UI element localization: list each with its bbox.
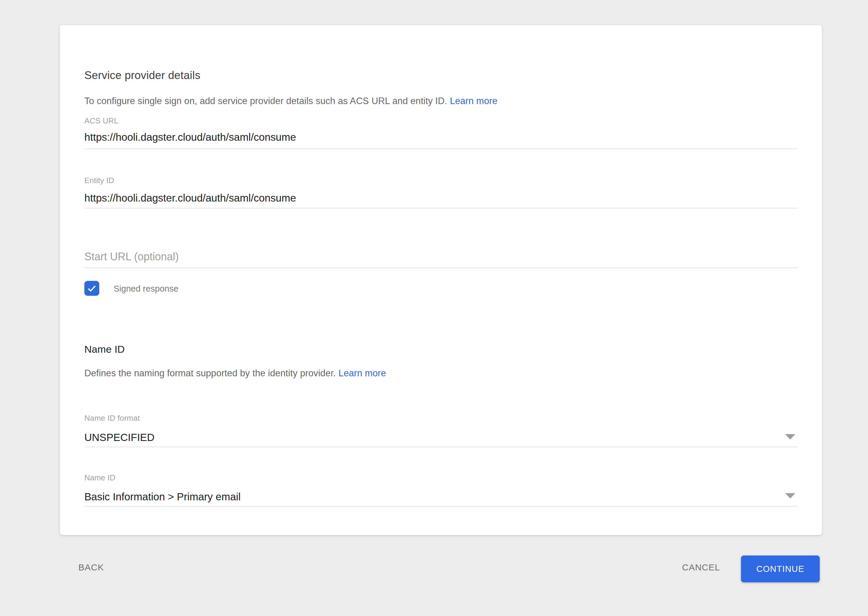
- service-provider-description: To configure single sign on, add service…: [84, 96, 498, 107]
- learn-more-link-service-provider[interactable]: Learn more: [450, 96, 498, 106]
- name-id-description-text: Defines the naming format supported by t…: [84, 368, 336, 379]
- start-url-underline: [84, 267, 798, 268]
- page: Service provider details To configure si…: [0, 0, 868, 616]
- back-button[interactable]: BACK: [78, 563, 104, 572]
- start-url-input[interactable]: [84, 250, 798, 263]
- acs-url-input[interactable]: [84, 131, 798, 143]
- entity-id-input[interactable]: [84, 192, 798, 204]
- acs-url-underline: [84, 148, 798, 149]
- name-id-format-select[interactable]: UNSPECIFIED: [84, 431, 798, 447]
- checkmark-icon: [86, 283, 97, 294]
- signed-response-label: Signed response: [113, 284, 179, 294]
- learn-more-link-name-id[interactable]: Learn more: [339, 368, 386, 379]
- name-id-description: Defines the naming format supported by t…: [84, 368, 386, 379]
- name-id-format-underline: [84, 447, 798, 447]
- chevron-down-icon: [785, 434, 795, 440]
- name-id-format-value: UNSPECIFIED: [84, 431, 154, 443]
- entity-id-underline: [84, 208, 798, 208]
- signed-response-checkbox[interactable]: [84, 281, 99, 296]
- continue-button[interactable]: CONTINUE: [741, 555, 820, 582]
- name-id-field-label: Name ID: [84, 473, 115, 482]
- acs-url-label: ACS URL: [84, 116, 118, 126]
- name-id-underline: [84, 506, 798, 507]
- service-provider-title: Service provider details: [84, 69, 200, 82]
- service-provider-description-text: To configure single sign on, add service…: [84, 96, 447, 106]
- cancel-button[interactable]: CANCEL: [682, 563, 720, 572]
- name-id-format-label: Name ID format: [84, 413, 140, 423]
- chevron-down-icon: [785, 493, 795, 498]
- name-id-title: Name ID: [84, 344, 125, 355]
- name-id-select[interactable]: Basic Information > Primary email: [84, 491, 798, 506]
- entity-id-label: Entity ID: [84, 176, 114, 185]
- name-id-value: Basic Information > Primary email: [84, 491, 240, 503]
- service-provider-card: Service provider details To configure si…: [60, 25, 822, 535]
